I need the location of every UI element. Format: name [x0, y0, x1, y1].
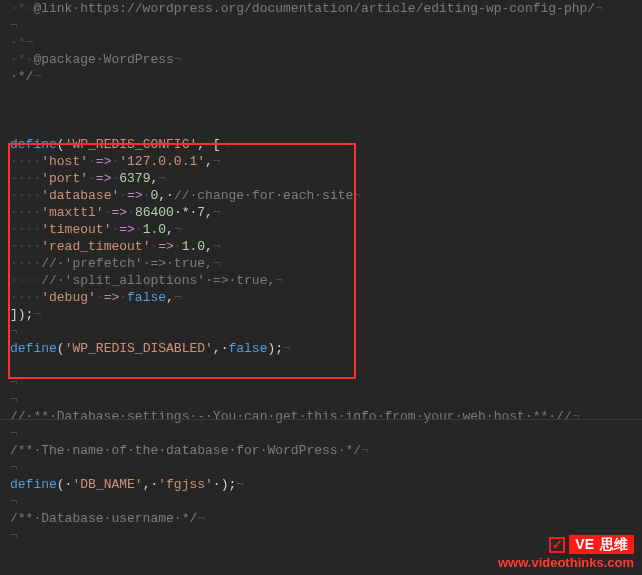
code-line[interactable]: ¬ [10, 323, 632, 340]
code-token: ·*· [10, 52, 33, 67]
code-token: 'debug' [41, 290, 96, 305]
code-token: ·*· [174, 205, 197, 220]
code-token: ¬ [213, 256, 221, 271]
code-token: => [119, 222, 135, 237]
code-token: ¬ [26, 35, 34, 50]
code-token: ·*/ [10, 69, 33, 84]
code-line[interactable]: ····//·'split_alloptions'·=>·true,¬ [10, 272, 632, 289]
code-token: 'read_timeout' [41, 239, 150, 254]
code-token: 86400 [135, 205, 174, 220]
code-token: @link·https://wordpress.org/documentatio… [33, 1, 595, 16]
code-token: · [135, 222, 143, 237]
code-token: ¬ [174, 290, 182, 305]
code-token: ¬ [213, 154, 221, 169]
code-line[interactable] [10, 102, 632, 119]
code-token: ¬ [236, 477, 244, 492]
code-token: ¬ [213, 239, 221, 254]
code-line[interactable]: ]);¬ [10, 306, 632, 323]
code-token: false [228, 341, 267, 356]
code-token: ···· [10, 290, 41, 305]
code-line[interactable]: ·*·@link·https://wordpress.org/documenta… [10, 0, 632, 17]
code-token: => [96, 154, 112, 169]
code-token: · [119, 290, 127, 305]
code-line[interactable]: ¬ [10, 493, 632, 510]
code-token: ···· [10, 239, 41, 254]
code-token: ( [57, 137, 65, 152]
code-token: ¬ [158, 171, 166, 186]
code-token: 'WP_REDIS_CONFIG' [65, 137, 198, 152]
code-line[interactable]: ¬ [10, 425, 632, 442]
code-line[interactable]: ¬ [10, 17, 632, 34]
code-line[interactable] [10, 119, 632, 136]
code-token: ¬ [174, 222, 182, 237]
code-line[interactable]: define('WP_REDIS_CONFIG',·[¬ [10, 136, 632, 153]
code-token: ·*· [10, 1, 33, 16]
code-token: ···· [10, 256, 41, 271]
code-line[interactable]: ····'host'·=>·'127.0.0.1',¬ [10, 153, 632, 170]
code-token: ¬ [221, 137, 229, 152]
code-line[interactable]: ····'maxttl'·=>·86400·*·7,¬ [10, 204, 632, 221]
code-token: ,· [158, 188, 174, 203]
code-line[interactable]: ····'debug'·=>·false,¬ [10, 289, 632, 306]
code-token: define [10, 477, 57, 492]
code-token: 7 [197, 205, 205, 220]
code-token: ¬ [595, 1, 603, 16]
code-token: (· [57, 477, 73, 492]
code-line[interactable]: ····//·'prefetch'·=>·true,¬ [10, 255, 632, 272]
code-editor[interactable]: ·*·@link·https://wordpress.org/documenta… [0, 0, 642, 552]
code-token: ¬ [10, 18, 18, 33]
code-line[interactable]: ¬ [10, 459, 632, 476]
code-token: 'WP_REDIS_DISABLED' [65, 341, 213, 356]
code-token: ···· [10, 171, 41, 186]
code-line[interactable]: /**·The·name·of·the·database·for·WordPre… [10, 442, 632, 459]
code-token: define [10, 137, 57, 152]
code-token: 'port' [41, 171, 88, 186]
code-token: 1.0 [182, 239, 205, 254]
code-token: ¬ [353, 188, 361, 203]
code-token: 'database' [41, 188, 119, 203]
code-token: => [111, 205, 127, 220]
code-line[interactable]: ····'timeout'·=>·1.0,¬ [10, 221, 632, 238]
code-token: ¬ [33, 69, 41, 84]
code-token: /**·The·name·of·the·database·for·WordPre… [10, 443, 361, 458]
code-token: /**·Database·username·*/ [10, 511, 197, 526]
code-token: , [205, 205, 213, 220]
code-token: ·* [10, 35, 26, 50]
code-token: ¬ [197, 511, 205, 526]
code-token: ,·[ [197, 137, 220, 152]
code-line[interactable]: ····'database'·=>·0,·//·change·for·each·… [10, 187, 632, 204]
code-token: 1.0 [143, 222, 166, 237]
code-line[interactable]: define(·'DB_NAME',·'fgjss'·);¬ [10, 476, 632, 493]
code-token: //·change·for·each·site [174, 188, 353, 203]
code-token: => [104, 290, 120, 305]
code-token: 'maxttl' [41, 205, 103, 220]
code-token: //·**·Database·settings·-·You·can·get·th… [10, 409, 572, 424]
code-token: · [88, 154, 96, 169]
code-token: ( [57, 341, 65, 356]
code-line[interactable]: ····'port'·=>·6379,¬ [10, 170, 632, 187]
code-line[interactable]: ·*/¬ [10, 68, 632, 85]
code-token: 'host' [41, 154, 88, 169]
code-line[interactable]: ·*¬ [10, 34, 632, 51]
code-token: ¬ [10, 494, 18, 509]
code-token: ); [267, 341, 283, 356]
code-token: ¬ [275, 273, 283, 288]
code-line[interactable] [10, 357, 632, 374]
code-line[interactable]: ¬ [10, 374, 632, 391]
code-line[interactable]: ·*·@package·WordPress¬ [10, 51, 632, 68]
code-token: ¬ [10, 375, 18, 390]
code-token: ¬ [361, 443, 369, 458]
code-line[interactable]: ¬ [10, 391, 632, 408]
code-token: ···· [10, 273, 41, 288]
code-token: ···· [10, 205, 41, 220]
code-token: ¬ [33, 307, 41, 322]
code-line[interactable]: define('WP_REDIS_DISABLED',·false);¬ [10, 340, 632, 357]
code-line[interactable]: ····'read_timeout'·=>·1.0,¬ [10, 238, 632, 255]
code-line[interactable] [10, 85, 632, 102]
code-token: 'timeout' [41, 222, 111, 237]
code-line[interactable]: ¬ [10, 527, 632, 544]
code-line[interactable]: /**·Database·username·*/¬ [10, 510, 632, 527]
code-token: ¬ [10, 528, 18, 543]
code-token: => [96, 171, 112, 186]
code-line[interactable]: //·**·Database·settings·-·You·can·get·th… [10, 408, 632, 425]
